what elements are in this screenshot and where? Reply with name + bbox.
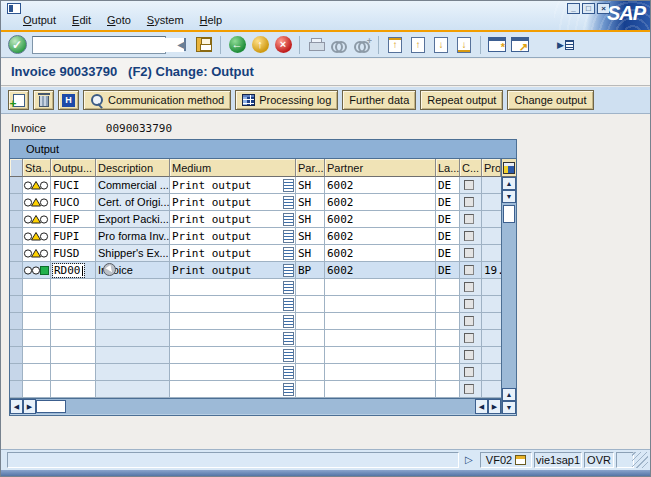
session-icon[interactable] (515, 455, 526, 465)
comm-checkbox[interactable] (464, 265, 474, 275)
table-row[interactable]: FUCI Commercial ... Print output SH 6002… (10, 177, 501, 194)
partner-cell[interactable] (325, 279, 436, 296)
language-cell[interactable]: DE (436, 245, 460, 262)
column-header-description[interactable]: Description (96, 159, 170, 177)
scroll-right-button[interactable]: ▶ (23, 399, 36, 414)
partner-cell[interactable] (325, 364, 436, 381)
first-page-button[interactable]: ↑ (385, 35, 405, 55)
vertical-scroll-thumb[interactable] (503, 205, 515, 223)
partner-role-cell[interactable]: SH (296, 194, 325, 211)
partner-role-cell[interactable] (296, 330, 325, 347)
layout-menu-button[interactable]: ▶ (557, 40, 574, 50)
repeat-output-button[interactable]: Repeat output (420, 90, 503, 110)
collapse-command-button[interactable]: ◀ (171, 35, 191, 55)
scroll-up-button[interactable]: ▲ (502, 177, 516, 190)
partner-cell[interactable] (325, 296, 436, 313)
partner-role-cell[interactable] (296, 313, 325, 330)
row-selector[interactable] (10, 313, 23, 330)
dropdown-icon[interactable] (283, 366, 294, 379)
row-selector[interactable] (10, 177, 23, 194)
partner-cell[interactable]: 6002 (325, 177, 436, 194)
language-cell[interactable] (436, 296, 460, 313)
print-button[interactable] (306, 35, 326, 55)
dropdown-icon[interactable] (283, 179, 294, 192)
language-cell[interactable] (436, 279, 460, 296)
medium-cell[interactable]: Print output (170, 211, 296, 228)
scroll-left-button[interactable]: ◀ (10, 399, 23, 414)
comm-checkbox[interactable] (464, 180, 474, 190)
table-row-selected[interactable]: RD00 Invoice Print output BP 6002 DE 19. (10, 262, 501, 279)
partner-cell[interactable] (325, 347, 436, 364)
status-expand-button[interactable]: ▷ (465, 454, 473, 465)
header-details-button[interactable]: H (58, 90, 79, 110)
minimize-button[interactable]: _ (567, 3, 580, 14)
dropdown-icon[interactable] (283, 264, 294, 277)
comm-checkbox[interactable] (464, 248, 474, 258)
row-selector[interactable] (10, 347, 23, 364)
partner-role-cell[interactable]: BP (296, 262, 325, 279)
column-header-partner[interactable]: Partner (325, 159, 436, 177)
partner-cell[interactable]: 6002 (325, 211, 436, 228)
dropdown-icon[interactable] (283, 213, 294, 226)
comm-checkbox[interactable] (464, 299, 474, 309)
next-page-button[interactable]: ↓ (431, 35, 451, 55)
output-type-cell[interactable] (51, 330, 96, 347)
horizontal-scroll-track[interactable] (66, 399, 475, 414)
output-type-cell[interactable]: FUSD (51, 245, 96, 262)
table-row[interactable]: FUEP Export Packi... Print output SH 600… (10, 211, 501, 228)
medium-cell[interactable] (170, 330, 296, 347)
maximize-button[interactable]: □ (582, 3, 595, 14)
table-row-empty[interactable] (10, 330, 501, 347)
partner-role-cell[interactable] (296, 381, 325, 398)
output-type-cell[interactable] (51, 313, 96, 330)
partner-cell[interactable] (325, 313, 436, 330)
partner-cell[interactable] (325, 381, 436, 398)
comm-checkbox[interactable] (464, 350, 474, 360)
output-type-cell[interactable] (51, 364, 96, 381)
language-cell[interactable]: DE (436, 177, 460, 194)
partner-cell[interactable]: 6002 (325, 194, 436, 211)
medium-cell[interactable]: Print output (170, 177, 296, 194)
table-row-empty[interactable] (10, 381, 501, 398)
column-header-medium[interactable]: Medium (170, 159, 296, 177)
menu-system[interactable]: System (147, 14, 184, 26)
row-selector[interactable] (10, 194, 23, 211)
language-cell[interactable] (436, 381, 460, 398)
row-selector[interactable] (10, 245, 23, 262)
language-cell[interactable] (436, 313, 460, 330)
back-button[interactable]: ← (227, 35, 247, 55)
output-type-cell[interactable] (51, 296, 96, 313)
processing-log-button[interactable]: Processing log (235, 90, 338, 110)
table-row-empty[interactable] (10, 347, 501, 364)
previous-page-button[interactable]: ↑ (408, 35, 428, 55)
language-cell[interactable]: DE (436, 211, 460, 228)
partner-cell[interactable]: 6002 (325, 228, 436, 245)
table-row[interactable]: FUSD Shipper's Ex... Print output SH 600… (10, 245, 501, 262)
insert-output-button[interactable] (8, 90, 29, 110)
menu-edit[interactable]: Edit (72, 14, 91, 26)
row-selector[interactable] (10, 262, 23, 279)
find-button[interactable] (329, 35, 349, 55)
language-cell[interactable] (436, 330, 460, 347)
comm-checkbox[interactable] (464, 231, 474, 241)
table-row-empty[interactable] (10, 279, 501, 296)
table-row-empty[interactable] (10, 364, 501, 381)
output-type-cell-focused[interactable]: RD00 (51, 262, 96, 279)
output-type-cell[interactable] (51, 381, 96, 398)
find-next-button[interactable]: + (352, 35, 372, 55)
dropdown-icon[interactable] (283, 315, 294, 328)
output-type-cell[interactable]: FUEP (51, 211, 96, 228)
language-cell[interactable]: DE (436, 262, 460, 279)
partner-role-cell[interactable] (296, 279, 325, 296)
change-output-button[interactable]: Change output (507, 90, 593, 110)
communication-method-button[interactable]: Communication method (83, 90, 231, 110)
partner-role-cell[interactable]: SH (296, 211, 325, 228)
partner-cell[interactable]: 6002 (325, 262, 436, 279)
dropdown-icon[interactable] (283, 196, 294, 209)
table-row[interactable]: FUCO Cert. of Origi... Print output SH 6… (10, 194, 501, 211)
row-selector[interactable] (10, 381, 23, 398)
focused-value[interactable]: RD00 (53, 264, 84, 277)
row-selector[interactable] (10, 228, 23, 245)
save-button[interactable] (194, 35, 214, 55)
comm-checkbox[interactable] (464, 333, 474, 343)
